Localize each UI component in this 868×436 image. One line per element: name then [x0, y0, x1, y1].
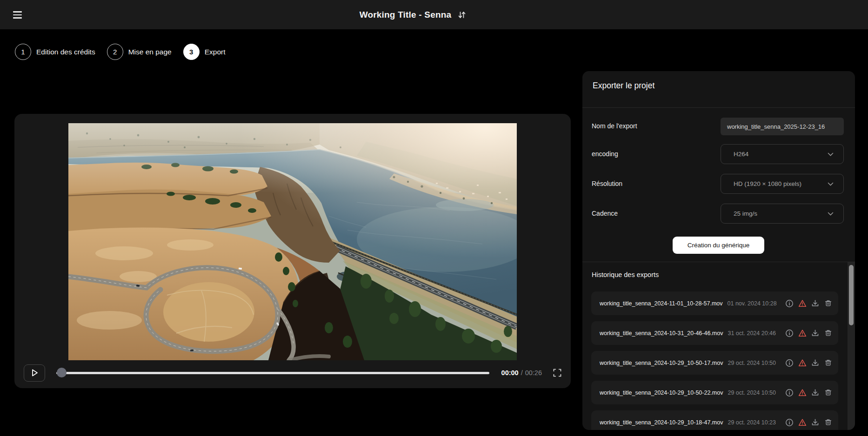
export-name-input[interactable] [721, 118, 844, 135]
step-edition-des-credits[interactable]: 1 Edition des crédits [15, 44, 95, 60]
divider [582, 107, 855, 108]
export-filename: working_title_senna_2024-10-29_10-18-47.… [600, 419, 723, 426]
export-history-row: working_title_senna_2024-10-31_20-46-46.… [591, 321, 838, 345]
warning-icon[interactable] [798, 299, 807, 308]
export-history-list: working_title_senna_2024-11-01_10-28-57.… [591, 291, 838, 430]
step-2-badge: 2 [107, 44, 123, 60]
info-icon[interactable] [785, 418, 794, 427]
encoding-label: encoding [592, 150, 618, 158]
download-icon[interactable] [811, 358, 820, 367]
hamburger-icon [13, 11, 22, 12]
export-name-label: Nom de l'export [592, 122, 637, 130]
trash-icon[interactable] [824, 329, 833, 337]
video-preview[interactable] [68, 123, 517, 360]
export-date: 31 oct. 2024 20:46 [728, 330, 776, 337]
step-mise-en-page[interactable]: 2 Mise en page [107, 44, 172, 60]
row-actions [785, 299, 833, 308]
export-date: 29 oct. 2024 10:23 [728, 419, 776, 426]
step-3-label: Export [205, 48, 226, 56]
workflow-steps: 1 Edition des crédits 2 Mise en page 3 E… [15, 44, 226, 60]
step-export[interactable]: 3 Export [183, 44, 226, 60]
seek-slider[interactable] [56, 368, 489, 378]
download-icon[interactable] [811, 299, 820, 308]
warning-icon[interactable] [798, 418, 807, 427]
export-history-row: working_title_senna_2024-10-29_10-50-17.… [591, 351, 838, 375]
chevron-down-icon [828, 180, 834, 188]
divider [582, 262, 855, 262]
step-1-badge: 1 [15, 44, 31, 60]
trash-icon[interactable] [824, 388, 833, 397]
step-3-badge: 3 [183, 44, 200, 60]
export-date: 29 oct. 2024 10:50 [728, 390, 776, 396]
export-filename: working_title_senna_2024-10-29_10-50-17.… [600, 360, 723, 366]
encoding-value: H264 [721, 151, 748, 158]
cadence-value: 25 img/s [721, 210, 757, 217]
export-date: 29 oct. 2024 10:50 [728, 360, 776, 366]
row-actions [785, 418, 833, 427]
export-filename: working_title_senna_2024-10-31_20-46-46.… [600, 330, 723, 337]
download-icon[interactable] [811, 329, 820, 337]
history-scrollbar-track[interactable] [848, 262, 855, 430]
app-window: Working Title - Senna 1 Edition des créd… [0, 0, 868, 436]
create-credits-button[interactable]: Création du générique [673, 237, 764, 254]
export-history-title: Historique des exports [592, 271, 659, 278]
video-player-card: 00:00 / 00:26 [14, 114, 571, 388]
seek-track[interactable] [56, 372, 489, 374]
row-actions [785, 329, 833, 337]
fullscreen-button[interactable] [552, 368, 562, 378]
play-icon [30, 368, 39, 377]
export-date: 01 nov. 2024 10:28 [728, 300, 777, 307]
info-icon[interactable] [785, 329, 794, 337]
row-actions [785, 358, 833, 367]
download-icon[interactable] [811, 418, 820, 427]
window-title-group: Working Title - Senna [360, 10, 467, 20]
seek-thumb[interactable] [57, 368, 67, 377]
trash-icon[interactable] [824, 358, 833, 367]
step-2-label: Mise en page [128, 48, 172, 56]
trash-icon[interactable] [824, 299, 833, 308]
hamburger-menu-button[interactable] [13, 9, 27, 21]
project-title: Working Title - Senna [360, 10, 452, 20]
warning-icon[interactable] [798, 388, 807, 397]
row-actions [785, 388, 833, 397]
time-separator: / [521, 369, 523, 377]
warning-icon[interactable] [798, 329, 807, 337]
encoding-select[interactable]: H264 [721, 144, 844, 164]
export-history-row: working_title_senna_2024-10-29_10-18-47.… [591, 410, 838, 430]
trash-icon[interactable] [824, 418, 833, 427]
chevron-down-icon [828, 210, 834, 218]
player-controls: 00:00 / 00:26 [24, 363, 562, 383]
cadence-select[interactable]: 25 img/s [721, 204, 844, 224]
export-history-row: working_title_senna_2024-10-29_10-50-22.… [591, 381, 838, 404]
history-scrollbar-thumb[interactable] [849, 265, 854, 325]
resolution-value: HD (1920 × 1080 pixels) [721, 180, 801, 187]
info-icon[interactable] [785, 388, 794, 397]
time-display: 00:00 / 00:26 [501, 369, 542, 377]
export-filename: working_title_senna_2024-11-01_10-28-57.… [600, 300, 723, 307]
export-filename: working_title_senna_2024-10-29_10-50-22.… [600, 390, 723, 396]
export-panel-title: Exporter le projet [593, 81, 654, 91]
chevron-down-icon [828, 150, 834, 159]
duration: 00:26 [525, 369, 542, 377]
fullscreen-icon [553, 369, 561, 377]
current-time: 00:00 [501, 369, 519, 377]
info-icon[interactable] [785, 299, 794, 308]
export-panel: Exporter le projet Nom de l'export encod… [582, 71, 855, 430]
top-bar: Working Title - Senna [0, 0, 868, 29]
info-icon[interactable] [785, 358, 794, 367]
video-frame-art [68, 123, 517, 360]
warning-icon[interactable] [798, 358, 807, 367]
export-history-row: working_title_senna_2024-11-01_10-28-57.… [591, 291, 838, 315]
step-1-label: Edition des crédits [36, 48, 95, 56]
play-button[interactable] [24, 364, 45, 382]
download-icon[interactable] [811, 388, 820, 397]
resolution-label: Résolution [592, 180, 622, 187]
sort-arrows-icon[interactable] [457, 10, 467, 20]
resolution-select[interactable]: HD (1920 × 1080 pixels) [721, 174, 844, 194]
cadence-label: Cadence [592, 210, 618, 217]
